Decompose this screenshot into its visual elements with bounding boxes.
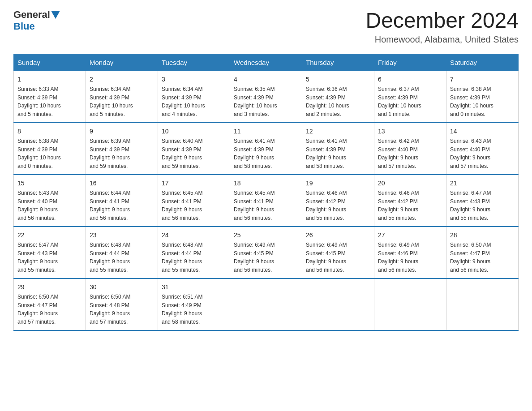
page-header: General Blue December 2024 Homewood, Ala… [13, 9, 519, 45]
table-row: 9 Sunrise: 6:39 AM Sunset: 4:39 PM Dayli… [86, 123, 158, 175]
day-number: 14 [450, 127, 515, 136]
table-row: 16 Sunrise: 6:44 AM Sunset: 4:41 PM Dayl… [86, 175, 158, 227]
col-saturday: Saturday [446, 54, 519, 71]
day-daylight: Daylight: 9 hoursand 56 minutes. [234, 206, 274, 221]
day-sunset: Sunset: 4:39 PM [234, 94, 274, 101]
day-daylight: Daylight: 9 hoursand 56 minutes. [234, 258, 274, 273]
day-sunrise: Sunrise: 6:42 AM [378, 138, 419, 144]
col-sunday: Sunday [14, 54, 86, 71]
day-sunrise: Sunrise: 6:48 AM [90, 242, 130, 248]
day-sunrise: Sunrise: 6:38 AM [17, 138, 58, 144]
day-sunset: Sunset: 4:39 PM [378, 94, 418, 101]
day-sunrise: Sunrise: 6:49 AM [378, 242, 419, 248]
table-row [302, 278, 374, 330]
day-daylight: Daylight: 9 hoursand 55 minutes. [378, 206, 418, 221]
table-row: 23 Sunrise: 6:48 AM Sunset: 4:44 PM Dayl… [86, 227, 158, 278]
day-daylight: Daylight: 9 hoursand 55 minutes. [17, 258, 58, 273]
day-daylight: Daylight: 9 hoursand 57 minutes. [90, 310, 130, 325]
table-row: 15 Sunrise: 6:43 AM Sunset: 4:40 PM Dayl… [14, 175, 86, 227]
day-sunrise: Sunrise: 6:45 AM [162, 190, 202, 196]
table-row [446, 278, 519, 330]
month-title: December 2024 [365, 9, 519, 33]
day-sunrise: Sunrise: 6:35 AM [234, 86, 275, 92]
day-daylight: Daylight: 9 hoursand 56 minutes. [162, 206, 202, 221]
day-sunset: Sunset: 4:43 PM [17, 250, 57, 257]
day-sunset: Sunset: 4:39 PM [90, 146, 129, 153]
calendar-week-row: 8 Sunrise: 6:38 AM Sunset: 4:39 PM Dayli… [14, 123, 519, 175]
calendar-week-row: 15 Sunrise: 6:43 AM Sunset: 4:40 PM Dayl… [14, 175, 519, 227]
day-number: 16 [90, 179, 154, 188]
day-number: 19 [306, 179, 370, 188]
table-row: 1 Sunrise: 6:33 AM Sunset: 4:39 PM Dayli… [14, 71, 86, 123]
day-number: 18 [234, 179, 298, 188]
table-row: 17 Sunrise: 6:45 AM Sunset: 4:41 PM Dayl… [158, 175, 230, 227]
table-row: 6 Sunrise: 6:37 AM Sunset: 4:39 PM Dayli… [374, 71, 446, 123]
table-row: 5 Sunrise: 6:36 AM Sunset: 4:39 PM Dayli… [302, 71, 374, 123]
calendar-header-row: Sunday Monday Tuesday Wednesday Thursday… [14, 54, 519, 71]
title-section: December 2024 Homewood, Alabama, United … [365, 9, 519, 45]
day-number: 29 [17, 283, 82, 292]
day-number: 2 [90, 75, 154, 84]
day-daylight: Daylight: 9 hoursand 56 minutes. [378, 258, 418, 273]
day-sunset: Sunset: 4:43 PM [450, 198, 490, 205]
day-number: 30 [90, 283, 154, 292]
day-sunset: Sunset: 4:42 PM [306, 198, 346, 205]
day-sunrise: Sunrise: 6:50 AM [450, 242, 491, 248]
table-row [374, 278, 446, 330]
day-sunrise: Sunrise: 6:43 AM [17, 190, 58, 196]
day-sunrise: Sunrise: 6:45 AM [234, 190, 275, 196]
day-daylight: Daylight: 9 hoursand 55 minutes. [306, 206, 346, 221]
table-row: 19 Sunrise: 6:46 AM Sunset: 4:42 PM Dayl… [302, 175, 374, 227]
day-daylight: Daylight: 9 hoursand 56 minutes. [306, 258, 346, 273]
day-daylight: Daylight: 9 hoursand 57 minutes. [17, 310, 58, 325]
day-sunrise: Sunrise: 6:39 AM [90, 138, 130, 144]
day-sunset: Sunset: 4:39 PM [306, 94, 346, 101]
day-daylight: Daylight: 9 hoursand 58 minutes. [162, 310, 202, 325]
day-number: 9 [90, 127, 154, 136]
day-number: 20 [378, 179, 442, 188]
day-sunset: Sunset: 4:39 PM [162, 94, 202, 101]
day-sunrise: Sunrise: 6:41 AM [234, 138, 275, 144]
day-daylight: Daylight: 10 hoursand 4 minutes. [162, 103, 205, 117]
day-sunrise: Sunrise: 6:33 AM [17, 86, 58, 92]
day-sunrise: Sunrise: 6:44 AM [90, 190, 130, 196]
day-sunset: Sunset: 4:47 PM [17, 302, 57, 308]
table-row: 25 Sunrise: 6:49 AM Sunset: 4:45 PM Dayl… [230, 227, 302, 278]
table-row: 4 Sunrise: 6:35 AM Sunset: 4:39 PM Dayli… [230, 71, 302, 123]
table-row: 11 Sunrise: 6:41 AM Sunset: 4:39 PM Dayl… [230, 123, 302, 175]
day-sunrise: Sunrise: 6:49 AM [234, 242, 275, 248]
day-sunset: Sunset: 4:45 PM [306, 250, 346, 257]
col-thursday: Thursday [302, 54, 374, 71]
day-daylight: Daylight: 9 hoursand 55 minutes. [450, 206, 490, 221]
day-daylight: Daylight: 10 hoursand 0 minutes. [17, 154, 61, 169]
day-sunrise: Sunrise: 6:38 AM [450, 86, 491, 92]
table-row: 13 Sunrise: 6:42 AM Sunset: 4:40 PM Dayl… [374, 123, 446, 175]
calendar-week-row: 1 Sunrise: 6:33 AM Sunset: 4:39 PM Dayli… [14, 71, 519, 123]
col-wednesday: Wednesday [230, 54, 302, 71]
table-row: 26 Sunrise: 6:49 AM Sunset: 4:45 PM Dayl… [302, 227, 374, 278]
day-sunrise: Sunrise: 6:47 AM [17, 242, 58, 248]
day-number: 28 [450, 231, 515, 240]
day-sunrise: Sunrise: 6:34 AM [162, 86, 202, 92]
table-row [230, 278, 302, 330]
day-sunset: Sunset: 4:39 PM [90, 94, 129, 101]
day-sunset: Sunset: 4:41 PM [234, 198, 274, 205]
day-number: 21 [450, 179, 515, 188]
day-sunset: Sunset: 4:49 PM [162, 302, 202, 308]
day-sunset: Sunset: 4:42 PM [378, 198, 418, 205]
day-sunrise: Sunrise: 6:47 AM [450, 190, 491, 196]
day-number: 25 [234, 231, 298, 240]
day-number: 8 [17, 127, 82, 136]
day-sunrise: Sunrise: 6:50 AM [90, 294, 130, 300]
day-daylight: Daylight: 9 hoursand 59 minutes. [162, 154, 202, 169]
calendar-week-row: 29 Sunrise: 6:50 AM Sunset: 4:47 PM Dayl… [14, 278, 519, 330]
day-number: 22 [17, 231, 82, 240]
day-daylight: Daylight: 10 hoursand 5 minutes. [90, 103, 133, 117]
day-number: 11 [234, 127, 298, 136]
table-row: 21 Sunrise: 6:47 AM Sunset: 4:43 PM Dayl… [446, 175, 519, 227]
day-sunset: Sunset: 4:39 PM [162, 146, 202, 153]
day-daylight: Daylight: 10 hoursand 2 minutes. [306, 103, 349, 117]
day-sunrise: Sunrise: 6:36 AM [306, 86, 347, 92]
table-row: 28 Sunrise: 6:50 AM Sunset: 4:47 PM Dayl… [446, 227, 519, 278]
table-row: 8 Sunrise: 6:38 AM Sunset: 4:39 PM Dayli… [14, 123, 86, 175]
